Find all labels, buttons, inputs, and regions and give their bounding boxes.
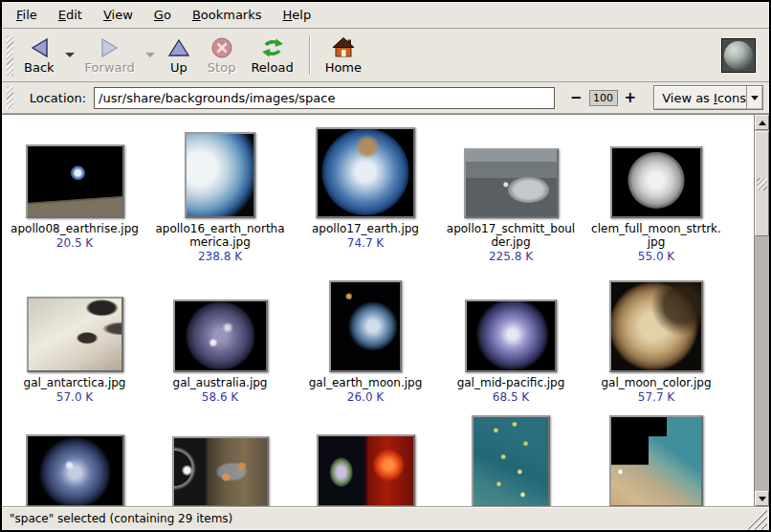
file-item[interactable]: apollo17_schmitt_boulder.jpg 225.8 K bbox=[438, 115, 584, 266]
file-thumbnail-earth-northamerica bbox=[185, 132, 255, 218]
file-item[interactable] bbox=[293, 411, 438, 506]
resize-grip[interactable] bbox=[746, 509, 767, 530]
file-thumbnail-moon-color bbox=[609, 280, 703, 372]
toolbar: Back Forward Up Stop bbox=[2, 29, 769, 82]
file-item[interactable]: clem_full_moon_strtrk.jpg 55.0 K bbox=[584, 115, 729, 266]
file-thumbnail-earthrise bbox=[26, 144, 124, 218]
file-size: 55.0 K bbox=[638, 250, 674, 263]
file-item[interactable]: apollo17_earth.jpg 74.7 K bbox=[293, 115, 438, 266]
menu-file[interactable]: File bbox=[6, 4, 48, 26]
menu-edit[interactable]: Edit bbox=[48, 4, 93, 26]
file-name: gal_antarctica.jpg bbox=[24, 376, 126, 389]
vertical-scrollbar[interactable] bbox=[754, 115, 769, 506]
file-thumbnail-galaxies bbox=[172, 436, 269, 506]
file-thumbnail-dark-earth bbox=[26, 434, 124, 506]
file-size: 20.5 K bbox=[56, 236, 93, 250]
file-item[interactable]: apollo08_earthrise.jpg 20.5 K bbox=[2, 115, 147, 266]
file-thumbnail-australia bbox=[173, 299, 268, 372]
toolbar-drag-handle[interactable] bbox=[7, 35, 13, 76]
icon-view-pane: apollo08_earthrise.jpg 20.5 K apollo16_e… bbox=[2, 114, 769, 506]
reload-icon bbox=[260, 35, 285, 60]
file-size: 238.8 K bbox=[198, 250, 242, 263]
forward-button[interactable]: Forward bbox=[77, 32, 143, 78]
file-size: 57.0 K bbox=[56, 390, 93, 404]
file-thumbnail-teal-nebula bbox=[472, 415, 550, 506]
file-item[interactable] bbox=[438, 411, 584, 506]
back-arrow-icon bbox=[28, 35, 51, 60]
file-name: apollo17_earth.jpg bbox=[312, 222, 419, 235]
location-bar: Location: − 100 + View as Icons bbox=[2, 82, 769, 114]
file-name: apollo16_earth_northamerica.jpg bbox=[155, 222, 285, 249]
file-item[interactable] bbox=[2, 411, 147, 506]
scrollbar-down-button[interactable] bbox=[755, 491, 769, 506]
file-name: apollo17_schmitt_boulder.jpg bbox=[446, 222, 576, 249]
location-input[interactable] bbox=[94, 87, 555, 109]
toolbar-separator bbox=[309, 36, 310, 75]
file-item[interactable]: gal_earth_moon.jpg 26.0 K bbox=[293, 266, 438, 411]
scrollbar-up-button[interactable] bbox=[755, 115, 769, 130]
file-thumbnail-blue-marble bbox=[316, 127, 415, 218]
file-item[interactable] bbox=[147, 411, 293, 506]
up-arrow-icon bbox=[167, 35, 190, 60]
back-history-dropdown[interactable] bbox=[62, 34, 77, 77]
back-button[interactable]: Back bbox=[16, 32, 62, 78]
file-name: apollo08_earthrise.jpg bbox=[11, 222, 139, 235]
file-thumbnail-orion-nebula bbox=[609, 415, 703, 506]
file-size: 58.6 K bbox=[202, 390, 238, 404]
scrollbar-grip-icon bbox=[757, 178, 767, 190]
arrow-up-icon bbox=[759, 121, 766, 125]
file-name: gal_australia.jpg bbox=[173, 376, 268, 389]
zoom-controls: − 100 + bbox=[566, 89, 640, 106]
location-label: Location: bbox=[30, 91, 86, 105]
file-item[interactable] bbox=[584, 411, 729, 506]
throbber bbox=[721, 38, 756, 73]
menu-bookmarks[interactable]: Bookmarks bbox=[182, 4, 273, 26]
file-item[interactable]: gal_australia.jpg 58.6 K bbox=[147, 266, 293, 411]
menu-help[interactable]: Help bbox=[273, 4, 322, 26]
chevron-down-icon bbox=[751, 96, 759, 100]
icon-view: apollo08_earthrise.jpg 20.5 K apollo16_e… bbox=[2, 115, 754, 506]
location-bar-drag-handle[interactable] bbox=[7, 86, 13, 109]
file-item[interactable]: gal_mid-pacific.jpg 68.5 K bbox=[438, 266, 584, 411]
file-thumbnail-earth-moon bbox=[329, 280, 402, 372]
file-name: gal_earth_moon.jpg bbox=[309, 376, 423, 389]
file-size: 74.7 K bbox=[347, 236, 384, 250]
forward-arrow-icon bbox=[99, 35, 121, 60]
file-thumbnail-moon-boulder bbox=[464, 148, 559, 218]
chevron-down-icon bbox=[65, 53, 75, 57]
up-button[interactable]: Up bbox=[158, 32, 200, 78]
zoom-in-button[interactable]: + bbox=[621, 89, 641, 106]
forward-history-dropdown[interactable] bbox=[143, 34, 158, 77]
file-manager-window: File Edit View Go Bookmarks Help Back Fo… bbox=[0, 0, 771, 532]
stop-button[interactable]: Stop bbox=[200, 32, 244, 78]
scrollbar-thumb[interactable] bbox=[755, 131, 769, 236]
view-as-dropdown[interactable]: View as Icons bbox=[653, 85, 763, 110]
file-name: clem_full_moon_strtrk.jpg bbox=[591, 222, 721, 249]
file-item[interactable]: apollo16_earth_northamerica.jpg 238.8 K bbox=[147, 115, 293, 266]
file-size: 68.5 K bbox=[493, 390, 529, 404]
file-size: 26.0 K bbox=[347, 390, 384, 404]
file-size: 57.7 K bbox=[638, 390, 674, 404]
file-item[interactable]: gal_moon_color.jpg 57.7 K bbox=[584, 266, 729, 411]
file-name: gal_mid-pacific.jpg bbox=[457, 376, 565, 389]
globe-throbber-icon bbox=[724, 41, 753, 70]
file-thumbnail-mid-pacific bbox=[465, 299, 557, 372]
file-size: 225.8 K bbox=[489, 250, 533, 263]
home-icon bbox=[332, 35, 355, 60]
chevron-down-icon bbox=[145, 53, 155, 57]
zoom-level-indicator[interactable]: 100 bbox=[589, 90, 618, 106]
view-as-dropdown-arrow[interactable] bbox=[746, 86, 762, 109]
reload-button[interactable]: Reload bbox=[243, 32, 300, 78]
stop-icon bbox=[210, 35, 233, 60]
file-thumbnail-antarctica bbox=[27, 297, 123, 372]
arrow-down-icon bbox=[759, 497, 766, 501]
menu-go[interactable]: Go bbox=[143, 4, 182, 26]
menu-bar: File Edit View Go Bookmarks Help bbox=[2, 2, 769, 29]
home-button[interactable]: Home bbox=[318, 32, 369, 78]
file-thumbnail-nebulae-pair bbox=[317, 434, 415, 506]
menu-view[interactable]: View bbox=[93, 4, 143, 26]
zoom-out-button[interactable]: − bbox=[566, 89, 586, 106]
file-item[interactable]: gal_antarctica.jpg 57.0 K bbox=[2, 266, 147, 411]
file-name: gal_moon_color.jpg bbox=[601, 376, 711, 389]
file-grid: apollo08_earthrise.jpg 20.5 K apollo16_e… bbox=[2, 115, 754, 506]
